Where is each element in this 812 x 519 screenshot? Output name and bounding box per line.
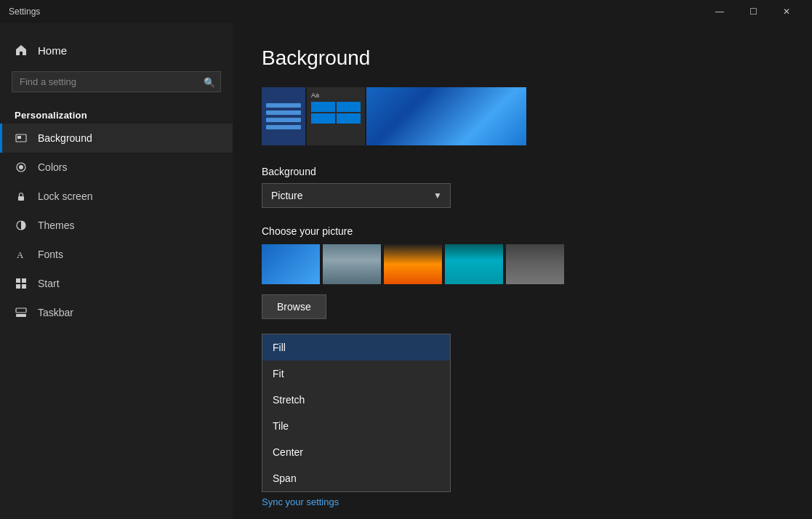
preview-tile-4 (337, 113, 361, 124)
svg-rect-11 (16, 314, 26, 317)
minimize-button[interactable]: — (703, 0, 736, 23)
sidebar-item-fonts[interactable]: A Fonts (0, 240, 233, 269)
options-list: Fill Fit Stretch Tile Center Span (262, 334, 451, 492)
taskbar-icon (15, 306, 28, 319)
svg-rect-9 (16, 284, 20, 289)
svg-point-3 (19, 165, 23, 169)
choose-picture-label: Choose your picture (262, 225, 783, 237)
svg-rect-8 (22, 278, 26, 283)
option-tile[interactable]: Tile (262, 413, 450, 439)
lock-screen-icon (15, 190, 28, 203)
sidebar: Home 🔍 Personalization Background (0, 23, 233, 519)
option-fit[interactable]: Fit (262, 361, 450, 387)
sidebar-item-taskbar[interactable]: Taskbar (0, 298, 233, 327)
app-body: Home 🔍 Personalization Background (0, 23, 812, 519)
sidebar-item-themes[interactable]: Themes (0, 211, 233, 240)
preview-right (366, 87, 526, 145)
preview-line-4 (266, 125, 301, 129)
preview-aa-text: Aa (311, 92, 319, 99)
picture-thumbnails (262, 244, 783, 284)
picture-thumb-3[interactable] (384, 244, 442, 284)
window-controls: — ☐ ✕ (703, 0, 803, 23)
search-icon: 🔍 (204, 76, 215, 87)
sidebar-item-lock-screen[interactable]: Lock screen (0, 182, 233, 211)
background-dropdown-wrapper: Picture Solid color Slideshow ▼ (262, 183, 451, 208)
svg-rect-7 (16, 278, 20, 283)
preview-tile-1 (311, 102, 335, 112)
svg-rect-4 (18, 196, 24, 201)
sidebar-section-title: Personalization (0, 104, 233, 124)
svg-rect-12 (16, 308, 26, 313)
preview-tile-2 (337, 102, 361, 112)
maximize-button[interactable]: ☐ (736, 0, 770, 23)
preview-tiles (311, 102, 361, 124)
sync-settings-link[interactable]: Sync your settings (262, 496, 339, 507)
home-icon (15, 44, 28, 57)
sidebar-item-start[interactable]: Start (0, 269, 233, 298)
preview-line-2 (266, 110, 301, 115)
fonts-icon: A (15, 248, 28, 261)
preview-middle: Aa (307, 87, 365, 145)
start-icon (15, 277, 28, 290)
browse-button[interactable]: Browse (262, 294, 326, 319)
preview-container: Aa (262, 87, 783, 145)
picture-thumb-2[interactable] (323, 244, 381, 284)
picture-thumb-4[interactable] (445, 244, 503, 284)
sidebar-item-background[interactable]: Background (0, 124, 233, 153)
sidebar-item-home[interactable]: Home (0, 35, 233, 65)
page-title: Background (262, 47, 783, 70)
option-stretch[interactable]: Stretch (262, 387, 450, 413)
themes-icon (15, 219, 28, 232)
svg-rect-10 (22, 284, 26, 289)
colors-icon (15, 161, 28, 174)
close-button[interactable]: ✕ (770, 0, 803, 23)
preview-line-3 (266, 118, 301, 122)
svg-rect-1 (17, 136, 21, 139)
title-bar: Settings — ☐ ✕ (0, 0, 812, 23)
background-dropdown[interactable]: Picture Solid color Slideshow (262, 183, 451, 208)
option-fill[interactable]: Fill (262, 334, 450, 361)
option-span[interactable]: Span (262, 465, 450, 491)
picture-thumb-1[interactable] (262, 244, 320, 284)
search-box: 🔍 (12, 71, 221, 92)
preview-tile-3 (311, 113, 335, 124)
svg-text:A: A (17, 249, 24, 260)
background-icon (15, 132, 28, 145)
sidebar-item-colors[interactable]: Colors (0, 153, 233, 182)
background-label: Background (262, 166, 783, 177)
option-center[interactable]: Center (262, 439, 450, 465)
search-input[interactable] (12, 71, 221, 92)
picture-thumb-5[interactable] (506, 244, 564, 284)
main-content: Background Aa Background (233, 23, 812, 519)
preview-line-1 (266, 103, 301, 108)
app-title: Settings (9, 7, 703, 17)
preview-left (262, 87, 305, 145)
